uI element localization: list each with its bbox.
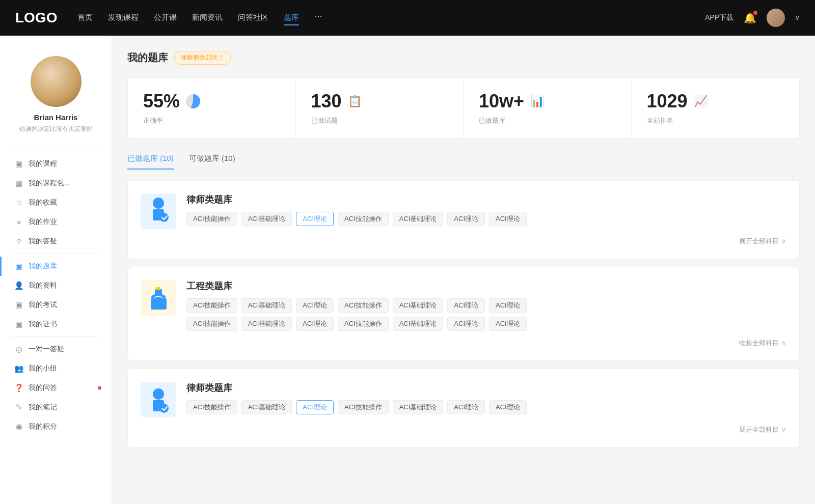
app-download-button[interactable]: APP下载 [705, 13, 734, 22]
tag[interactable]: ACI基础理论 [241, 317, 292, 331]
bank-info: 工程类题库 ACI技能操作 ACI基础理论 ACI理论 ACI技能操作 ACI基… [186, 280, 786, 331]
expand-button[interactable]: 展开全部科目 ∨ [739, 237, 786, 246]
chat-icon: ◎ [14, 345, 23, 354]
done-banks-label: 已做题库 [479, 116, 616, 125]
page-title: 我的题库 [127, 51, 168, 65]
sidebar-item-questions[interactable]: ? 我的答疑 [0, 232, 112, 251]
stat-top: 55% [143, 91, 280, 112]
bank-tags: ACI技能操作 ACI基础理论 ACI理论 ACI技能操作 ACI基础理论 AC… [186, 400, 786, 414]
group-icon: 👥 [14, 364, 23, 373]
tag[interactable]: ACI理论 [447, 298, 485, 313]
tag[interactable]: ACI理论 [447, 212, 485, 226]
sidebar-item-group[interactable]: 👥 我的小组 [0, 359, 112, 378]
stat-ranking: 1029 📈 全站排名 [632, 78, 800, 138]
lawyer-svg2 [145, 386, 173, 414]
bank-header: 律师类题库 ACI技能操作 ACI基础理论 ACI理论 ACI技能操作 ACI基… [141, 382, 786, 417]
tag[interactable]: ACI基础理论 [241, 400, 292, 414]
tag[interactable]: ACI技能操作 [186, 317, 237, 331]
tag[interactable]: ACI基础理论 [241, 212, 292, 226]
tag[interactable]: ACI技能操作 [338, 317, 389, 331]
nav-links: 首页 发现课程 公开课 新闻资讯 问答社区 题库 ··· [77, 11, 685, 25]
logo: LOGO [15, 10, 57, 26]
tag[interactable]: ACI理论 [296, 298, 334, 313]
tag[interactable]: ACI理论 [447, 400, 485, 414]
sidebar-item-one-on-one[interactable]: ◎ 一对一答疑 [0, 340, 112, 359]
stat-top: 10w+ 📊 [479, 91, 616, 112]
expand-button[interactable]: 展开全部科目 ∨ [739, 425, 786, 434]
tag[interactable]: ACI技能操作 [186, 298, 237, 313]
bank-info: 律师类题库 ACI技能操作 ACI基础理论 ACI理论 ACI技能操作 ACI基… [186, 193, 786, 226]
tag-active[interactable]: ACI理论 [296, 400, 334, 414]
sidebar-item-label: 我的答疑 [29, 237, 57, 246]
sidebar-item-qa[interactable]: ❓ 我的问答 [0, 378, 112, 398]
nav-link-news[interactable]: 新闻资讯 [192, 11, 223, 25]
bank-footer: 收起全部科目 ∧ [141, 339, 786, 348]
sidebar-item-points[interactable]: ◉ 我的积分 [0, 417, 112, 436]
nav-more-dots[interactable]: ··· [314, 11, 322, 25]
tag[interactable]: ACI基础理论 [393, 317, 444, 331]
sidebar-item-notes[interactable]: ✎ 我的笔记 [0, 398, 112, 417]
tab-done-banks[interactable]: 已做题库 (10) [127, 154, 174, 170]
stat-accuracy: 55% 正确率 [128, 78, 296, 138]
tag[interactable]: ACI技能操作 [338, 298, 389, 313]
sidebar-item-label: 我的问答 [29, 383, 57, 393]
nav-link-qa[interactable]: 问答社区 [238, 11, 268, 25]
avatar [31, 56, 82, 107]
tag[interactable]: ACI技能操作 [338, 212, 389, 226]
tag[interactable]: ACI基础理论 [393, 400, 444, 414]
bank-footer: 展开全部科目 ∨ [141, 425, 786, 434]
nav-link-discover[interactable]: 发现课程 [108, 11, 139, 25]
bank-tags-row1: ACI技能操作 ACI基础理论 ACI理论 ACI技能操作 ACI基础理论 AC… [186, 298, 786, 313]
course-icon: ▣ [14, 159, 23, 169]
tag[interactable]: ACI技能操作 [186, 212, 237, 226]
sidebar-item-profile[interactable]: 👤 我的资料 [0, 276, 112, 295]
tag[interactable]: ACI基础理论 [241, 298, 292, 313]
svg-point-2 [159, 213, 169, 222]
trial-badge: 体验剩余23天！ [174, 51, 231, 65]
tag[interactable]: ACI理论 [489, 212, 527, 226]
tag[interactable]: ACI理论 [489, 400, 527, 414]
page-header: 我的题库 体验剩余23天！ [127, 51, 800, 65]
sidebar-item-exam[interactable]: ▣ 我的考试 [0, 295, 112, 315]
sidebar-item-question-bank[interactable]: ▣ 我的题库 [0, 257, 112, 276]
qa-notification-dot [98, 386, 101, 390]
nav-link-home[interactable]: 首页 [77, 11, 93, 25]
collapse-button[interactable]: 收起全部科目 ∧ [739, 339, 786, 348]
tag[interactable]: ACI基础理论 [393, 212, 444, 226]
user-avatar[interactable] [767, 9, 785, 27]
tag[interactable]: ACI技能操作 [338, 400, 389, 414]
sidebar-item-homework[interactable]: ≡ 我的作业 [0, 212, 112, 232]
notification-bell[interactable]: 🔔 [744, 12, 756, 24]
tag[interactable]: ACI理论 [296, 317, 334, 331]
sidebar-item-course-package[interactable]: ▦ 我的课程包... [0, 174, 112, 193]
stat-done-banks: 10w+ 📊 已做题库 [464, 78, 632, 138]
user-menu-chevron[interactable]: ∨ [795, 14, 800, 21]
sidebar-item-label: 一对一答疑 [29, 345, 64, 354]
nav-link-bank[interactable]: 题库 [284, 11, 299, 25]
notification-dot [753, 11, 757, 15]
list-icon: 📊 [530, 95, 544, 108]
sidebar-item-label: 我的积分 [29, 422, 57, 431]
tab-available-banks[interactable]: 可做题库 (10) [189, 154, 235, 170]
tag[interactable]: ACI理论 [489, 298, 527, 313]
sidebar-item-my-courses[interactable]: ▣ 我的课程 [0, 154, 112, 174]
bank-card-lawyer: 律师类题库 ACI技能操作 ACI基础理论 ACI理论 ACI技能操作 ACI基… [127, 180, 800, 259]
bank-card-lawyer2: 律师类题库 ACI技能操作 ACI基础理论 ACI理论 ACI技能操作 ACI基… [127, 369, 800, 447]
sidebar-item-certificate[interactable]: ▣ 我的证书 [0, 315, 112, 334]
sidebar-item-label: 我的课程包... [29, 179, 70, 188]
stat-done-questions: 130 📋 已做试题 [296, 78, 464, 138]
tag-active[interactable]: ACI理论 [296, 212, 334, 226]
bank-name: 律师类题库 [186, 382, 786, 394]
tag[interactable]: ACI理论 [489, 317, 527, 331]
main-content: 我的题库 体验剩余23天！ 55% 正确率 130 📋 已做试题 [112, 36, 815, 504]
sidebar-item-favorites[interactable]: ☆ 我的收藏 [0, 193, 112, 212]
tag[interactable]: ACI基础理论 [393, 298, 444, 313]
tag[interactable]: ACI理论 [447, 317, 485, 331]
bank-header: 工程类题库 ACI技能操作 ACI基础理论 ACI理论 ACI技能操作 ACI基… [141, 280, 786, 331]
certificate-icon: ▣ [14, 320, 23, 329]
nav-link-opencourse[interactable]: 公开课 [154, 11, 177, 25]
tag[interactable]: ACI技能操作 [186, 400, 237, 414]
user-name: Brian Harris [34, 113, 78, 122]
sidebar-divider3 [10, 337, 101, 337]
svg-point-9 [159, 404, 169, 413]
